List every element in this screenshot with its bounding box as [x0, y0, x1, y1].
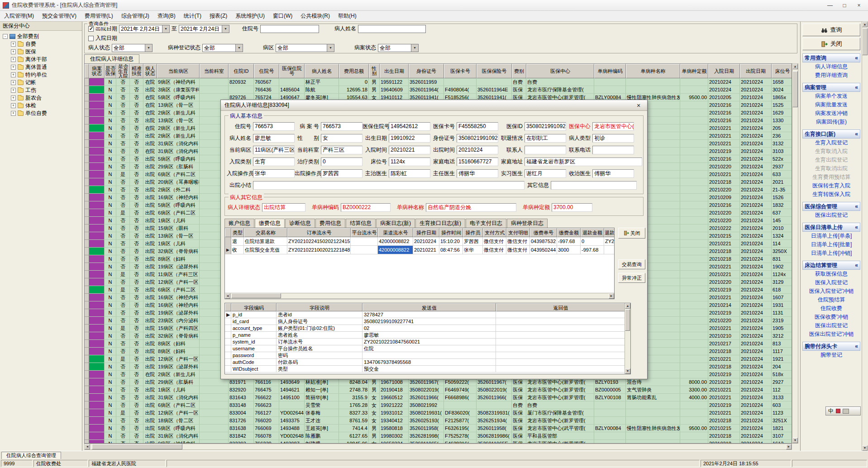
transaction-row[interactable]: ▶收住院预交金充值ZY20210221002021221848684200000… — [225, 246, 614, 254]
close-icon[interactable]: × — [852, 0, 866, 10]
field-value[interactable]: 出院结算 — [262, 203, 305, 212]
scroll-thumb[interactable] — [792, 71, 798, 107]
expand-icon[interactable]: + — [11, 111, 16, 116]
table-row[interactable]: N否否出院3病区（康复医学科7664361485604陈航12695.18男19… — [85, 86, 792, 94]
panel-link[interactable]: 生育入院登记 — [802, 138, 860, 147]
ime-mode-icon[interactable] — [836, 409, 840, 413]
tree-item[interactable]: +自费 — [1, 40, 81, 48]
panel-link[interactable]: 住院收费 — [802, 304, 860, 313]
field-value[interactable]: 初诊 — [592, 134, 634, 143]
scroll-thumb[interactable] — [625, 309, 630, 331]
vertical-scrollbar[interactable]: ▲ ▼ — [792, 63, 798, 444]
field-value[interactable]: 生育 — [253, 158, 295, 166]
scroll-down-icon[interactable]: ▼ — [792, 438, 798, 443]
field-value[interactable]: 陈彩虹 — [389, 169, 430, 178]
field-row[interactable]: authCode付款条码13470679378495568 — [225, 359, 630, 366]
menu-item[interactable]: 预交金管理(V) — [38, 11, 81, 21]
horizontal-scrollbar[interactable]: ◄ ► — [84, 444, 792, 450]
panel-link[interactable]: 病案批量发送 — [802, 100, 860, 109]
mdi-tab[interactable]: 住院病人综合查询管理 — [1, 452, 61, 459]
field-value[interactable]: 产科三区 — [321, 146, 362, 154]
panel-link[interactable]: 病案单个发送 — [802, 92, 860, 100]
menu-item[interactable]: 窗口(W) — [269, 11, 296, 21]
menu-item[interactable]: 综合管理(J) — [117, 11, 153, 21]
field-table-scrollbar[interactable]: ▲ ▼ — [625, 303, 630, 374]
menu-item[interactable]: 报表(Z) — [205, 11, 231, 21]
tree-item[interactable]: +离休干部 — [1, 56, 81, 63]
panel-section-header[interactable]: 医保日清单上传« — [802, 223, 860, 232]
panel-section-header[interactable]: 腕带付床头卡« — [802, 342, 860, 351]
field-value[interactable]: 谢红月 — [525, 169, 566, 178]
transaction-query-button[interactable]: 交易查询 — [618, 259, 645, 269]
panel-link[interactable]: 腕带登记 — [802, 351, 860, 359]
scroll-right-icon[interactable]: ► — [786, 444, 792, 449]
panel-link[interactable]: 病案发送冲销 — [802, 109, 860, 118]
scroll-left-icon[interactable]: ◄ — [225, 293, 230, 299]
tree-item[interactable]: +体检 — [1, 102, 81, 110]
table-row[interactable]: N是否出院12病区（产科一区833004766127YD002644张春梅832… — [85, 409, 792, 417]
field-value[interactable]: 11病区(产科三区 — [253, 146, 295, 154]
chevron-down-icon[interactable]: ▼ — [162, 25, 169, 33]
ward-select[interactable]: 全部▼ — [276, 44, 334, 52]
table-row[interactable]: N否否出院5病区（呼吸内科8316387660691493488王超英[单]74… — [85, 425, 792, 432]
panel-link[interactable]: 医保出院登记 — [802, 211, 860, 220]
panel-link[interactable]: 医保出院登记 — [802, 321, 860, 330]
field-value[interactable]: 35080219910922 — [525, 122, 566, 131]
scroll-up-icon[interactable]: ▲ — [792, 64, 798, 69]
panel-link[interactable]: 生育转医保入院 — [802, 190, 860, 199]
field-row[interactable]: system_id订单流水号ZY202102210847560021 — [225, 339, 630, 345]
field-value[interactable]: 20210221 — [389, 146, 430, 154]
expand-icon[interactable]: + — [11, 72, 16, 77]
menu-item[interactable]: 费用管理(L) — [81, 11, 117, 21]
chevron-down-icon[interactable]: ▼ — [327, 44, 334, 52]
menu-item[interactable]: 公共模块(R) — [296, 11, 334, 21]
field-value[interactable]: 傅丽华 — [457, 169, 498, 178]
query-button[interactable]: 查询 — [802, 24, 860, 36]
patient-name-input[interactable] — [358, 25, 426, 33]
ime-toolbar[interactable]: 中 — [825, 406, 861, 415]
panel-link[interactable]: 医保转生育入院 — [802, 181, 860, 190]
transaction-hscrollbar[interactable]: ◄ ► — [225, 293, 614, 299]
panel-link[interactable]: 医保出院登记'冲销 — [802, 330, 860, 339]
field-value[interactable]: 自然临产阴道分娩 — [426, 203, 516, 212]
field-value[interactable]: 35080219910922 — [457, 134, 498, 143]
dialog-tab[interactable]: 病案日志(新) — [376, 219, 415, 228]
field-value[interactable]: 女 — [321, 134, 362, 143]
collapse-icon[interactable]: - — [3, 34, 8, 39]
table-row[interactable]: N否否在院9病区（神经内科820932760567林正平0男1959112235… — [85, 78, 792, 86]
panel-section-header[interactable]: 医保综合管理« — [802, 202, 860, 211]
expand-icon[interactable]: + — [11, 103, 16, 108]
expand-icon[interactable]: + — [11, 57, 16, 62]
scroll-down-icon[interactable]: ▼ — [862, 445, 868, 451]
tree-item-root[interactable]: -全部费别 — [1, 33, 81, 40]
table-row[interactable]: N否否出院29病区（肛肠科8319717661161493649林姑准[单]82… — [85, 378, 792, 386]
scroll-thumb[interactable] — [231, 293, 281, 298]
minimize-icon[interactable]: — — [823, 0, 837, 10]
field-value[interactable]: 20210224 — [457, 146, 498, 154]
scroll-up-icon[interactable]: ▲ — [862, 22, 868, 27]
disease-reg-select[interactable]: 全部▼ — [202, 44, 243, 52]
record-status-select[interactable]: 全部▼ — [378, 44, 419, 52]
tab-inpatient-detail[interactable]: 住院病人详细信息 — [84, 54, 139, 63]
field-value[interactable]: BZ0000222 — [341, 203, 391, 212]
panel-link[interactable]: 获取医保信息 — [802, 270, 860, 278]
field-value[interactable] — [551, 181, 637, 190]
field-value[interactable]: 廖思敏 — [253, 134, 295, 143]
tree-item[interactable]: +记帐 — [1, 79, 81, 86]
panel-section-header[interactable]: 病案管理« — [802, 83, 860, 92]
menu-item[interactable]: 入院管理(M) — [0, 11, 38, 21]
field-value[interactable]: 766573 — [253, 122, 295, 131]
tree-item[interactable]: +医保 — [1, 48, 81, 56]
tree-item[interactable]: +工伤 — [1, 86, 81, 94]
menu-item[interactable]: 系统维护(U) — [231, 11, 269, 21]
collapse-chevron-icon[interactable]: « — [855, 84, 858, 91]
menu-item[interactable]: 统计(T) — [180, 11, 205, 21]
date-to-picker[interactable]: 2021年 2月24日▼ — [179, 25, 229, 33]
chevron-down-icon[interactable]: ▼ — [145, 44, 152, 52]
chevron-down-icon[interactable]: ▼ — [235, 44, 243, 52]
panel-link[interactable]: 医保入院登记 — [802, 278, 860, 287]
panel-link[interactable]: 医保入院登记'冲销 — [802, 287, 860, 296]
expand-icon[interactable]: + — [11, 88, 16, 93]
dialog-tab[interactable]: 生育接口日志(新) — [415, 219, 465, 228]
collapse-chevron-icon[interactable]: « — [855, 262, 858, 268]
